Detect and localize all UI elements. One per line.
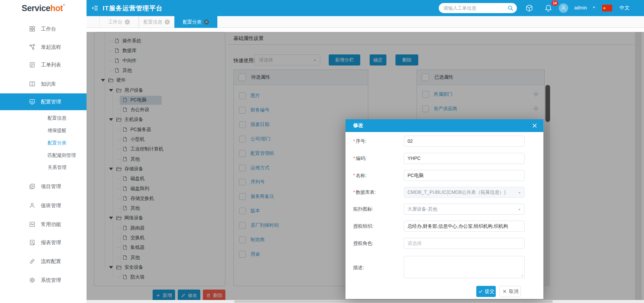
required-asterisk: * [353, 173, 355, 178]
sidebar-subitem-关系管理[interactable]: 关系管理 [0, 162, 87, 173]
sidebar-collapse-icon[interactable] [91, 4, 99, 12]
flow-icon [29, 44, 36, 50]
sidebar-item-label: 配置管理 [41, 99, 61, 105]
sidebar-item-10[interactable]: 流程配置 [0, 255, 87, 268]
sidebar-item-label: 报表管理 [41, 240, 61, 246]
sidebar-item-label: 值班管理 [41, 203, 61, 209]
modal-field-row: 拓扑图标:大屏设备-其他 [345, 204, 543, 215]
sidebar-subitem-配置分类[interactable]: 配置分类 [0, 137, 87, 148]
tab-bar: 工作台×配置信息×配置分类× [87, 16, 644, 28]
flag-icon[interactable]: ★ [602, 5, 612, 11]
sidebar-subitem-维保提醒[interactable]: 维保提醒 [0, 125, 87, 136]
edit-dialog: 修改 *序号:02*编码:YHPC*名称:PC电脑*数据库表:CMDB_T_PU… [345, 119, 543, 299]
sidebar-item-8[interactable]: 常用功能 [0, 218, 87, 231]
cancel-button[interactable]: 取消 [499, 286, 521, 297]
field-input[interactable]: YHPC [404, 153, 525, 164]
tab-close-icon[interactable]: × [125, 19, 130, 25]
notification-badge: 14 [551, 1, 558, 6]
logo-registered-mark: ® [63, 3, 65, 7]
sidebar-item-6[interactable]: 项目管理 [0, 180, 87, 193]
modal-field-row: *编码:YHPC [345, 153, 543, 164]
copy-icon [29, 183, 36, 190]
logo-service-text: Service [22, 3, 50, 13]
sidebar-item-label: 知识库 [41, 81, 56, 87]
cube-icon[interactable] [525, 4, 533, 12]
top-header: IT服务运营管理平台 14 admin ★ 中文 [87, 0, 644, 16]
field-label: 描述: [353, 265, 364, 271]
chart-icon [29, 98, 36, 105]
sidebar-item-label: 常用功能 [41, 221, 61, 228]
modal-field-row: 授权组织:总经办,财务部,信息中心,办公室,组织机构,织机构 [345, 221, 543, 232]
modal-field-row: 描述: [345, 256, 543, 278]
close-icon[interactable] [531, 122, 538, 129]
field-label: 拓扑图标: [353, 206, 373, 212]
bell-icon[interactable] [544, 4, 552, 12]
username-label[interactable]: admin [574, 5, 587, 10]
tab-close-icon[interactable]: × [204, 19, 209, 25]
gearflow-icon [29, 258, 36, 265]
search-input[interactable] [443, 3, 504, 13]
app-root: Servicehot® IT服务运营管理平台 14 admin ★ 中文 工作台… [0, 0, 644, 303]
sidebar-item-11[interactable]: 系统管理 [0, 273, 87, 287]
field-select[interactable]: CMDB_T_PUBLIC(CMDB公共表（拓展信息）) [404, 187, 525, 198]
field-input[interactable]: 总经办,财务部,信息中心,办公室,组织机构,织机构 [404, 221, 525, 232]
tab-label: 配置分类 [183, 19, 202, 25]
person-icon [29, 202, 36, 209]
required-asterisk: * [353, 156, 355, 161]
sidebar-item-7[interactable]: 值班管理 [0, 199, 87, 212]
book-icon [29, 81, 36, 87]
avatar[interactable] [559, 3, 568, 13]
field-input[interactable]: 请选择 [404, 238, 525, 249]
logo-area: Servicehot® [0, 0, 87, 16]
scrollbar-thumb[interactable] [234, 300, 553, 303]
field-textarea[interactable] [404, 256, 525, 278]
sidebar-subitem-配置信息[interactable]: 配置信息 [0, 113, 87, 123]
tab-配置分类[interactable]: 配置分类× [174, 16, 217, 28]
sidebar-item-label: 工单列表 [41, 62, 61, 68]
language-label[interactable]: 中文 [620, 5, 630, 11]
field-label: 授权角色: [353, 241, 373, 247]
sidebar-item-4[interactable]: 知识库 [0, 77, 87, 91]
field-input[interactable]: PC电脑 [404, 170, 525, 181]
modal-field-row: *数据库表:CMDB_T_PUBLIC(CMDB公共表（拓展信息）) [345, 187, 543, 198]
tab-配置信息[interactable]: 配置信息× [139, 16, 174, 28]
modal-field-row: *名称:PC电脑 [345, 170, 543, 181]
app-title: IT服务运营管理平台 [103, 4, 163, 13]
sidebar-item-label: 项目管理 [41, 183, 61, 190]
sidebar-item-9[interactable]: 报表管理 [0, 236, 87, 249]
submit-button[interactable]: 提交 [476, 286, 496, 297]
sidebar-subitem-匹配规则管理[interactable]: 匹配规则管理 [0, 150, 87, 161]
field-select[interactable]: 大屏设备-其他 [404, 204, 525, 215]
modal-field-row: 授权角色:请选择 [345, 238, 543, 249]
sidebar-item-3[interactable]: 工单列表 [0, 58, 87, 72]
caret-down-icon [517, 207, 522, 212]
tab-close-icon[interactable]: × [165, 19, 170, 25]
report-icon [29, 239, 36, 246]
caret-down-icon [517, 190, 522, 195]
resize-handle-icon [520, 273, 523, 277]
sidebar-item-label: 系统管理 [41, 277, 61, 284]
user-menu-caret-icon[interactable] [592, 5, 596, 10]
tab-工作台[interactable]: 工作台× [99, 16, 139, 28]
field-label: 授权组织: [353, 223, 373, 229]
tab-label: 配置信息 [144, 19, 162, 25]
sidebar-item-2[interactable]: 发起流程 [0, 40, 87, 54]
gear-icon [29, 277, 36, 284]
field-label: *编码: [353, 156, 366, 162]
content-area: 操作系统数据库中间件其他硬件用户设备PC电脑办公外设主机设备PC服务器小型机工业… [87, 28, 644, 303]
sidebar-item-1[interactable]: 工作台 [0, 22, 87, 36]
x-icon [502, 289, 507, 294]
field-label: *数据库表: [353, 189, 376, 196]
search-icon[interactable] [507, 5, 514, 11]
sidebar: 工作台发起流程工单列表知识库配置管理配置信息维保提醒配置分类匹配规则管理关系管理… [0, 16, 87, 303]
sidebar-item-5[interactable]: 配置管理 [0, 93, 87, 110]
required-asterisk: * [353, 138, 355, 144]
brand-logo: Servicehot® [22, 3, 65, 13]
doclist-icon [29, 61, 36, 68]
tab-label: 工作台 [108, 19, 122, 25]
field-input[interactable]: 02 [404, 136, 525, 147]
sidebar-item-label: 流程配置 [41, 258, 61, 265]
modal-field-row: *序号:02 [345, 136, 543, 147]
search-box[interactable] [439, 3, 517, 13]
page-scrollbar-horizontal[interactable] [87, 300, 644, 303]
